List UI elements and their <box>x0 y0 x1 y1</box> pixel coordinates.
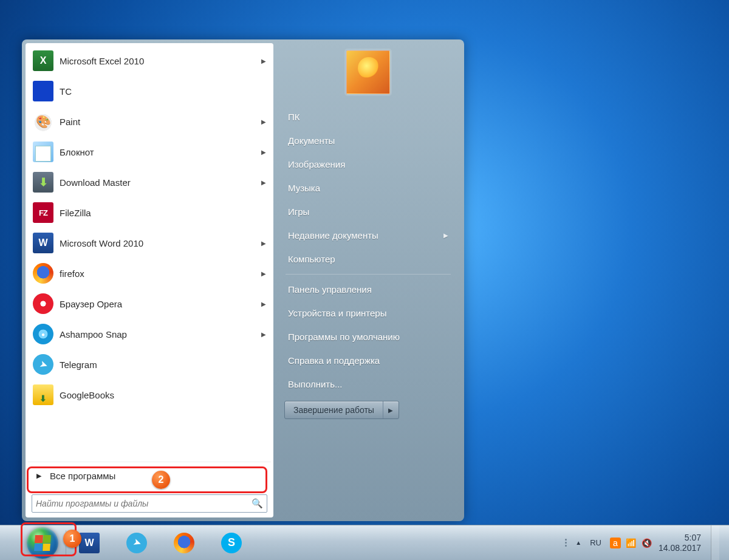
program-label: Блокнот <box>60 147 261 157</box>
network-icon[interactable]: 📶 <box>626 538 637 548</box>
skype-icon <box>221 533 242 553</box>
places-link-label: Документы <box>288 135 335 146</box>
program-item[interactable]: Microsoft Excel 2010▶ <box>28 46 271 76</box>
taskbar-app-firefox[interactable] <box>165 528 210 558</box>
search-icon: 🔍 <box>252 498 263 509</box>
taskbar-app-skype[interactable] <box>212 528 257 558</box>
program-label: Браузер Opera <box>60 299 261 309</box>
all-programs-label: Все программы <box>50 471 115 481</box>
user-picture-frame[interactable] <box>284 48 452 105</box>
places-link-label: Музыка <box>288 183 320 193</box>
program-label: TC <box>60 86 266 97</box>
program-item[interactable]: Paint▶ <box>28 106 271 137</box>
program-label: Ashampoo Snap <box>60 329 261 340</box>
fz-icon <box>33 202 53 223</box>
snap-icon <box>33 324 53 344</box>
program-item[interactable]: Telegram <box>28 349 271 380</box>
language-indicator[interactable]: RU <box>587 538 604 548</box>
clock-date: 14.08.2017 <box>659 543 701 553</box>
clock-time: 5:07 <box>659 533 701 542</box>
recent-programs-list: Microsoft Excel 2010▶TCPaint▶Блокнот▶Dow… <box>28 46 271 462</box>
excel-icon <box>33 50 53 71</box>
places-link[interactable]: Игры <box>284 200 452 224</box>
submenu-arrow-icon: ▶ <box>261 179 266 186</box>
places-link[interactable]: Документы <box>284 129 452 152</box>
windows-logo-icon <box>34 535 51 551</box>
program-item[interactable]: FileZilla <box>28 197 271 228</box>
submenu-arrow-icon: ▶ <box>261 118 266 125</box>
places-link[interactable]: ПК <box>284 105 452 129</box>
search-input[interactable] <box>36 499 252 508</box>
places-link-label: Программы по умолчанию <box>288 332 400 342</box>
taskbar-pinned-apps <box>69 528 258 558</box>
submenu-arrow-icon: ▶ <box>261 149 266 155</box>
taskbar-app-telegram[interactable] <box>117 528 162 558</box>
volume-muted-icon[interactable]: 🔇 <box>642 538 652 548</box>
shutdown-label: Завершение работы <box>285 405 383 415</box>
places-list: ПКДокументыИзображенияМузыкаИгрыНедавние… <box>284 105 452 396</box>
places-link-label: Справка и поддержка <box>288 355 380 366</box>
places-link-label: Выполнить... <box>288 379 343 389</box>
places-link[interactable]: Панель управления <box>284 278 452 301</box>
submenu-arrow-icon: ▶ <box>443 232 448 239</box>
program-item[interactable]: firefox▶ <box>28 258 271 289</box>
places-link[interactable]: Программы по умолчанию <box>284 325 452 349</box>
search-box[interactable]: 🔍 <box>32 494 267 513</box>
places-link[interactable]: Справка и поддержка <box>284 349 452 372</box>
start-button[interactable] <box>27 527 58 559</box>
places-link[interactable]: Музыка <box>284 176 452 200</box>
tray-icons: a 📶 🔇 <box>610 538 652 548</box>
program-item[interactable]: Блокнот▶ <box>28 137 271 167</box>
tray-app-icon[interactable]: a <box>610 538 621 548</box>
places-link[interactable]: Недавние документы▶ <box>284 224 452 247</box>
note-icon <box>33 142 53 162</box>
clock[interactable]: 5:07 14.08.2017 <box>659 533 701 552</box>
triangle-right-icon: ▶ <box>36 472 41 480</box>
places-link[interactable]: Изображения <box>284 152 452 176</box>
program-label: Download Master <box>60 177 261 188</box>
submenu-arrow-icon: ▶ <box>261 301 266 307</box>
start-menu-left-pane: Microsoft Excel 2010▶TCPaint▶Блокнот▶Dow… <box>26 43 273 517</box>
program-label: Telegram <box>60 360 266 370</box>
shutdown-button[interactable]: Завершение работы ▶ <box>284 401 399 419</box>
program-label: FileZilla <box>60 208 266 218</box>
all-programs-button[interactable]: ▶ Все программы <box>28 462 271 490</box>
right-pane-separator <box>286 274 451 275</box>
program-label: Paint <box>60 117 261 127</box>
program-label: GoogleBooks <box>60 390 266 400</box>
word-icon <box>33 233 53 253</box>
firefox-icon <box>174 533 194 553</box>
start-menu: Microsoft Excel 2010▶TCPaint▶Блокнот▶Dow… <box>22 39 464 521</box>
program-label: Microsoft Word 2010 <box>60 238 261 248</box>
program-item[interactable]: Microsoft Word 2010▶ <box>28 228 271 258</box>
places-link-label: Компьютер <box>288 254 335 264</box>
paint-icon <box>33 111 53 132</box>
places-link[interactable]: Компьютер <box>284 247 452 271</box>
search-row: 🔍 <box>28 490 271 515</box>
shutdown-options-arrow[interactable]: ▶ <box>383 401 399 418</box>
gb-icon <box>33 384 53 405</box>
ff-icon <box>33 263 53 284</box>
program-label: firefox <box>60 268 261 279</box>
telegram-icon <box>126 533 147 553</box>
taskbar-separator <box>66 530 66 556</box>
places-link-label: Изображения <box>288 159 345 169</box>
program-item[interactable]: Download Master▶ <box>28 167 271 197</box>
places-link[interactable]: Выполнить... <box>284 372 452 396</box>
opera-icon <box>33 293 53 314</box>
user-picture <box>346 50 390 94</box>
program-item[interactable]: GoogleBooks <box>28 380 271 410</box>
system-tray: ▲ RU a 📶 🔇 5:07 14.08.2017 <box>565 525 729 560</box>
dm-icon <box>33 172 53 193</box>
program-item[interactable]: Ashampoo Snap▶ <box>28 319 271 349</box>
program-item[interactable]: TC <box>28 76 271 106</box>
taskbar-app-word[interactable] <box>70 528 115 558</box>
show-desktop-button[interactable] <box>711 525 719 560</box>
tray-grip-icon <box>565 539 567 547</box>
word-icon <box>79 533 100 553</box>
show-hidden-icons[interactable]: ▲ <box>575 539 581 546</box>
places-link[interactable]: Устройства и принтеры <box>284 301 452 325</box>
submenu-arrow-icon: ▶ <box>261 270 266 277</box>
program-item[interactable]: Браузер Opera▶ <box>28 289 271 319</box>
places-link-label: Недавние документы <box>288 230 378 241</box>
